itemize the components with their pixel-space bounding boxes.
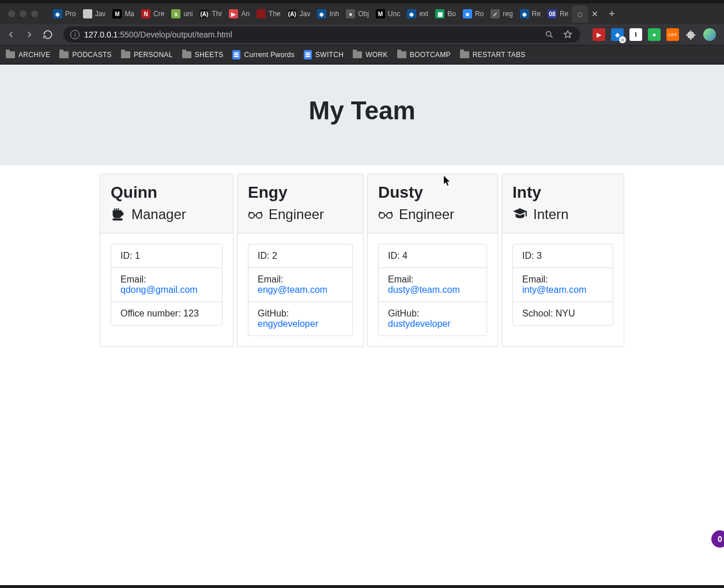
ext-icon-2[interactable]: ◆0 <box>611 28 624 41</box>
tab-label: Re <box>532 10 541 18</box>
search-icon[interactable] <box>544 29 555 40</box>
bookmark-label: ARCHIVE <box>18 51 50 59</box>
ext-icon-3[interactable]: I <box>629 28 642 41</box>
extra-link[interactable]: dustydeveloper <box>388 319 451 329</box>
tab-label: Thr <box>212 10 222 18</box>
card-body: ID: 4Email: dusty@team.comGitHub: dustyd… <box>368 233 497 346</box>
tab[interactable]: MUnc <box>372 5 404 22</box>
favicon-icon: ◆ <box>317 9 326 18</box>
role-label: Manager <box>131 206 186 223</box>
extensions-menu-icon[interactable] <box>685 28 697 41</box>
ext-icon-5[interactable]: OFF <box>666 28 679 41</box>
new-tab-button[interactable]: + <box>602 8 622 20</box>
member-role: Intern <box>512 206 613 223</box>
browser-chrome: ◆ProJavMMaNCresuni(A)Thr▶AnThe(A)Jav◆Inh… <box>0 0 724 65</box>
bookmark[interactable]: Current Pwords <box>232 50 295 59</box>
extra-link[interactable]: engydeveloper <box>258 319 318 329</box>
grad-icon <box>512 207 527 222</box>
favicon-icon: ▦ <box>435 9 444 18</box>
glasses-icon <box>378 207 393 222</box>
tab[interactable]: Jav <box>80 5 110 22</box>
role-label: Engineer <box>269 206 324 223</box>
tab[interactable]: 08Re <box>544 5 572 22</box>
address-bar[interactable]: i 127.0.0.1:5500/Develop/output/team.htm… <box>63 27 580 43</box>
bookmark[interactable]: BOOTCAMP <box>397 51 451 59</box>
reload-button[interactable] <box>42 28 54 41</box>
bookmark-label: SHEETS <box>195 51 224 59</box>
bookmark[interactable]: SHEETS <box>182 51 224 59</box>
tab[interactable]: ●Obj <box>342 5 372 22</box>
ext-icon-1[interactable]: ▶ <box>593 28 605 41</box>
tab[interactable]: NCre <box>138 5 168 22</box>
close-tab-button[interactable]: ✕ <box>588 9 602 18</box>
folder-icon <box>121 51 130 58</box>
back-button[interactable] <box>5 28 17 41</box>
floating-badge[interactable]: 0 <box>711 530 724 548</box>
tab[interactable]: (A)Jav <box>284 5 314 22</box>
tab-label: Re <box>560 10 568 18</box>
bookmark[interactable]: RESTART TABS <box>460 51 526 59</box>
tab[interactable]: suni <box>168 5 196 22</box>
bookmark[interactable]: PODCASTS <box>59 51 111 59</box>
member-id: ID: 4 <box>379 244 487 268</box>
tab-label: Ma <box>125 10 134 18</box>
email-link[interactable]: dusty@team.com <box>388 285 460 295</box>
bookmark[interactable]: ARCHIVE <box>6 51 50 59</box>
favicon-icon: s <box>171 9 180 18</box>
tab[interactable]: MMa <box>109 5 138 22</box>
member-extra: GitHub: engydeveloper <box>248 302 352 336</box>
list-group: ID: 1Email: qdong@gmail.comOffice number… <box>111 244 223 326</box>
ext-icon-4[interactable]: ● <box>648 28 661 41</box>
tab[interactable]: ◆Inh <box>314 5 342 22</box>
tab[interactable]: ■Ro <box>459 5 487 22</box>
favicon-icon: N <box>141 9 150 18</box>
email-link[interactable]: inty@team.com <box>522 285 586 295</box>
favicon-icon: ▶ <box>229 9 238 18</box>
folder-icon <box>397 51 406 58</box>
tab[interactable]: ▶An <box>225 5 253 22</box>
bookmark-label: SWITCH <box>315 51 344 59</box>
tab-label: Pro <box>65 10 76 18</box>
favicon-icon: ⟋ <box>491 9 500 18</box>
tab[interactable]: The <box>253 5 284 22</box>
member-id: ID: 1 <box>111 244 222 268</box>
tab[interactable]: ⟋reg <box>487 5 516 22</box>
team-row: QuinnManagerID: 1Email: qdong@gmail.comO… <box>98 165 626 355</box>
extra-value: 123 <box>183 308 199 318</box>
doc-icon <box>304 50 312 59</box>
tab[interactable]: ◆Re <box>516 5 544 22</box>
tab[interactable]: ◆ext <box>404 5 432 22</box>
bookmarks-bar: ARCHIVEPODCASTSPERSONALSHEETSCurrent Pwo… <box>0 45 724 65</box>
profile-avatar[interactable] <box>703 28 716 41</box>
member-role: Engineer <box>248 206 353 223</box>
folder-icon <box>182 51 191 58</box>
tab[interactable]: ▦Bo <box>432 5 459 22</box>
site-info-icon[interactable]: i <box>70 30 80 39</box>
tab[interactable]: (A)Thr <box>196 5 225 22</box>
favicon-icon: M <box>376 9 385 18</box>
forward-button[interactable] <box>23 28 36 41</box>
email-link[interactable]: engy@team.com <box>258 285 327 295</box>
list-group: ID: 4Email: dusty@team.comGitHub: dustyd… <box>378 244 487 336</box>
tab-active[interactable]: ◌ <box>572 5 588 22</box>
window-controls <box>2 10 44 17</box>
tab[interactable]: ◆Pro <box>50 5 80 22</box>
close-window[interactable] <box>8 10 15 17</box>
email-link[interactable]: qdong@gmail.com <box>120 285 198 295</box>
tab-label: The <box>269 10 281 18</box>
card-header: IntyIntern <box>502 174 624 233</box>
maximize-window[interactable] <box>31 10 38 17</box>
bookmark[interactable]: WORK <box>353 51 388 59</box>
spinner-icon: ◌ <box>575 9 585 18</box>
doc-icon <box>232 50 240 59</box>
minimize-window[interactable] <box>20 10 27 17</box>
favicon-icon: (A) <box>199 9 209 18</box>
member-name: Quinn <box>111 183 223 202</box>
member-email: Email: engy@team.com <box>248 268 352 302</box>
bookmark[interactable]: SWITCH <box>304 50 344 59</box>
tab-label: ext <box>419 10 428 18</box>
star-icon[interactable] <box>563 29 573 40</box>
bookmark[interactable]: PERSONAL <box>121 51 173 59</box>
favicon-icon: ◆ <box>53 9 62 18</box>
ext-badge: 0 <box>619 36 626 43</box>
